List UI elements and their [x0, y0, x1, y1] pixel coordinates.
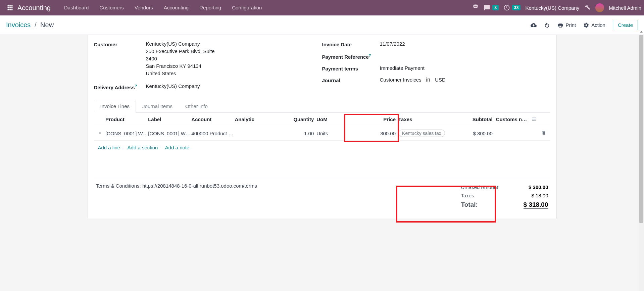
tab-other-info[interactable]: Other Info: [179, 100, 214, 112]
payment-ref-field: Payment Reference?: [322, 53, 550, 60]
company-switcher[interactable]: Kentucky(US) Company: [525, 5, 579, 11]
tab-invoice-lines[interactable]: Invoice Lines: [94, 100, 136, 113]
payment-terms-value[interactable]: Immediate Payment: [380, 65, 425, 71]
th-quantity[interactable]: Quantity: [288, 116, 314, 122]
help-icon[interactable]: ?: [135, 84, 137, 88]
total-value: $ 318.00: [524, 201, 548, 209]
nav-accounting[interactable]: Accounting: [158, 0, 194, 15]
cell-subtotal: $ 300.00: [446, 131, 492, 136]
cell-product[interactable]: [CONS_0001] W…: [105, 131, 148, 136]
totals-block: Untaxed Amount: $ 300.00 Taxes: $ 18.00 …: [461, 183, 548, 210]
add-note-button[interactable]: Add a note: [165, 145, 190, 150]
control-bar: Invoices / New Print Action Create: [0, 15, 644, 35]
tax-tag[interactable]: Kentucky sales tax: [398, 130, 445, 137]
customer-value[interactable]: Kentucky(US) Company 250 Executive Park …: [146, 41, 215, 78]
svg-rect-7: [9, 9, 11, 10]
table-row[interactable]: [CONS_0001] W… [CONS_0001] W… 400000 Pro…: [94, 126, 550, 141]
delivery-value[interactable]: Kentucky(US) Company: [146, 83, 200, 89]
form-footer: Terms & Conditions: https://20814848-16-…: [94, 178, 550, 210]
th-analytic[interactable]: Analytic: [235, 116, 288, 122]
cell-account[interactable]: 400000 Product …: [191, 131, 235, 136]
svg-rect-3: [8, 7, 9, 8]
taxes-label: Taxes:: [461, 193, 476, 198]
scroll-thumb[interactable]: [639, 35, 643, 223]
customer-label: Customer: [94, 41, 146, 47]
add-line-button[interactable]: Add a line: [98, 145, 120, 150]
th-subtotal[interactable]: Subtotal: [446, 116, 492, 122]
svg-rect-6: [8, 9, 9, 10]
delivery-field: Delivery Address? Kentucky(US) Company: [94, 83, 322, 90]
total-label: Total:: [461, 201, 478, 209]
invoice-date-field: Invoice Date 11/07/2022: [322, 41, 550, 47]
cloud-save-button[interactable]: [531, 22, 537, 28]
cell-price[interactable]: 300.00: [345, 131, 396, 136]
payment-ref-label: Payment Reference?: [322, 53, 380, 60]
currency-value[interactable]: USD: [435, 77, 446, 83]
nav-configuration[interactable]: Configuration: [227, 0, 267, 15]
th-product[interactable]: Product: [105, 116, 148, 122]
journal-label: Journal: [322, 77, 380, 83]
breadcrumb: Invoices / New: [6, 21, 54, 29]
scroll-up-icon[interactable]: [639, 29, 644, 35]
breadcrumb-invoices[interactable]: Invoices: [6, 21, 31, 29]
nav-vendors[interactable]: Vendors: [129, 0, 158, 15]
discard-button[interactable]: [544, 22, 550, 28]
activities-button[interactable]: 38: [503, 4, 521, 11]
nav-reporting[interactable]: Reporting: [194, 0, 227, 15]
terms-and-conditions[interactable]: Terms & Conditions: https://20814848-16-…: [96, 183, 257, 189]
help-icon[interactable]: ?: [369, 53, 371, 57]
cell-quantity[interactable]: 1.00: [288, 131, 314, 136]
activities-badge: 38: [512, 5, 521, 10]
tools-icon[interactable]: [584, 4, 591, 12]
add-section-button[interactable]: Add a section: [128, 145, 158, 150]
journal-value[interactable]: Customer Invoices: [380, 77, 422, 83]
scrollbar[interactable]: [639, 35, 644, 291]
th-label[interactable]: Label: [148, 116, 191, 122]
untaxed-label: Untaxed Amount:: [461, 184, 500, 190]
svg-rect-5: [11, 7, 13, 8]
svg-rect-1: [9, 5, 11, 7]
th-uom[interactable]: UoM: [314, 116, 345, 122]
drag-handle-icon[interactable]: [98, 131, 105, 136]
in-label: in: [426, 77, 430, 83]
create-button[interactable]: Create: [613, 20, 638, 30]
form-sheet: Customer Kentucky(US) Company 250 Execut…: [88, 35, 557, 219]
invoice-lines-table: Product Label Account Analytic Quantity …: [94, 113, 550, 178]
main-navbar: Accounting Dashboard Customers Vendors A…: [0, 0, 644, 15]
svg-rect-8: [11, 9, 13, 10]
apps-icon[interactable]: [6, 4, 14, 12]
cell-uom[interactable]: Units: [314, 131, 345, 136]
th-account[interactable]: Account: [191, 116, 235, 122]
messages-button[interactable]: 8: [484, 4, 499, 11]
cell-taxes[interactable]: Kentucky sales tax: [396, 130, 446, 137]
breadcrumb-sep: /: [35, 21, 37, 29]
contacts-icon[interactable]: [472, 4, 479, 12]
settings-icon[interactable]: [527, 116, 537, 123]
payment-terms-field: Payment terms Immediate Payment: [322, 65, 550, 71]
delivery-label: Delivery Address?: [94, 83, 146, 90]
th-customs[interactable]: Customs nu…: [493, 116, 528, 122]
avatar[interactable]: [595, 3, 604, 12]
journal-field: Journal Customer Invoices in USD: [322, 77, 550, 83]
delete-row-icon[interactable]: [537, 130, 546, 136]
cell-label[interactable]: [CONS_0001] W…: [148, 131, 191, 136]
svg-rect-0: [8, 5, 9, 7]
svg-rect-4: [9, 7, 11, 8]
invoice-date-value[interactable]: 11/07/2022: [380, 41, 405, 47]
svg-rect-2: [11, 5, 13, 7]
taxes-value: $ 18.00: [531, 193, 548, 198]
app-title[interactable]: Accounting: [17, 4, 51, 12]
user-name[interactable]: Mitchell Admin: [609, 5, 641, 11]
tab-journal-items[interactable]: Journal Items: [136, 100, 179, 112]
th-price[interactable]: Price: [345, 116, 396, 122]
nav-dashboard[interactable]: Dashboard: [59, 0, 94, 15]
print-button[interactable]: Print: [557, 22, 576, 28]
action-button[interactable]: Action: [583, 22, 605, 28]
invoice-date-label: Invoice Date: [322, 41, 380, 47]
payment-terms-label: Payment terms: [322, 65, 380, 71]
invoice-tabs: Invoice Lines Journal Items Other Info: [94, 100, 550, 113]
th-taxes[interactable]: Taxes: [396, 116, 446, 122]
table-header: Product Label Account Analytic Quantity …: [94, 113, 550, 126]
nav-customers[interactable]: Customers: [94, 0, 129, 15]
add-links: Add a line Add a section Add a note: [94, 141, 550, 154]
